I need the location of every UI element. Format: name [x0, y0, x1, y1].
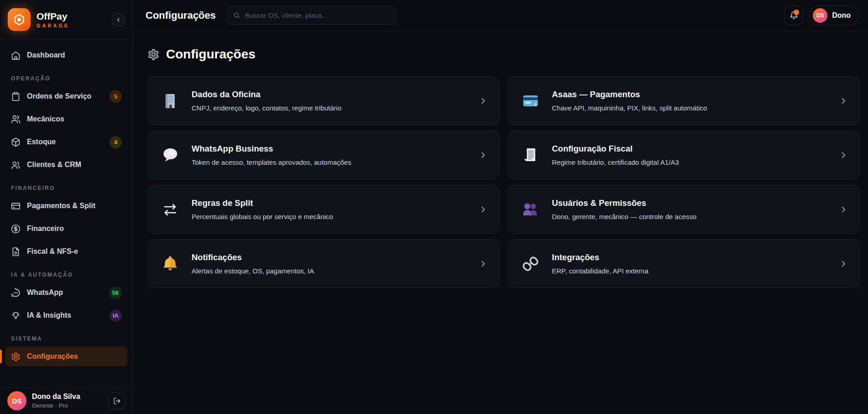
card-dados-da-oficina[interactable]: Dados da Oficina CNPJ, endereço, logo, c…	[147, 76, 499, 125]
card-asaas-pagamentos[interactable]: Asaas — Pagamentos Chave API, maquininha…	[508, 76, 860, 125]
card-integracoes[interactable]: Integrações ERP, contabilidade, API exte…	[508, 239, 860, 288]
sidebar-item-label: IA & Insights	[27, 311, 71, 320]
notifications-button[interactable]	[784, 6, 803, 25]
user-role: Gerente · Pro	[32, 402, 80, 409]
sidebar-item-financeiro[interactable]: Financeiro	[5, 219, 127, 239]
card-subtitle: Dono, gerente, mecânico — controle de ac…	[552, 213, 696, 220]
card-subtitle: Alertas de estoque, OS, pagamentos, IA	[192, 267, 314, 275]
sidebar-collapse-button[interactable]	[112, 13, 125, 26]
users-icon	[521, 200, 540, 219]
gear-icon	[11, 352, 21, 362]
card-regras-de-split[interactable]: Regras de Split Percentuais globais ou p…	[147, 185, 499, 234]
sidebar-item-label: Financeiro	[27, 225, 64, 233]
card-notificacoes[interactable]: Notificações Alertas de estoque, OS, pag…	[147, 239, 499, 288]
card-text: Notificações Alertas de estoque, OS, pag…	[192, 252, 314, 275]
topbar-right: DS Dono	[784, 5, 859, 26]
card-configuracao-fiscal[interactable]: Configuração Fiscal Regime tributário, c…	[508, 131, 860, 179]
card-title: Regras de Split	[192, 198, 333, 208]
badge-estoque-count: 4	[109, 136, 122, 148]
sidebar-section-ia-automacao: IA & AUTOMAÇÃO	[5, 264, 127, 283]
chevron-right-icon	[479, 260, 487, 268]
sidebar-item-label: Dashboard	[27, 51, 65, 59]
card-text: Regras de Split Percentuais globais ou p…	[192, 198, 333, 220]
speech-balloon-icon	[161, 146, 180, 164]
sidebar-user-card: DS Dono da Silva Gerente · Pro	[0, 387, 133, 414]
topbar: Configurações DS Dono	[133, 0, 868, 31]
badge-ia: IA	[109, 309, 122, 322]
card-text: Asaas — Pagamentos Chave API, maquininha…	[552, 89, 707, 112]
sidebar-item-estoque[interactable]: Estoque 4	[5, 132, 127, 152]
sidebar-section-sistema: SISTEMA	[5, 328, 127, 346]
card-usuarios-permissoes[interactable]: Usuários & Permissões Dono, gerente, mec…	[508, 185, 860, 234]
app-root: OffPay GARAGE Dashboard OPERAÇÃO Ordens …	[0, 0, 868, 414]
topbar-title: Configurações	[146, 10, 216, 21]
sidebar-item-label: Ordens de Serviço	[27, 92, 91, 100]
sidebar-item-fiscal-nfse[interactable]: Fiscal & NFS-e	[5, 241, 127, 262]
avatar: DS	[813, 8, 827, 23]
sidebar-nav: Dashboard OPERAÇÃO Ordens de Serviço 5 M…	[0, 40, 133, 387]
gear-icon	[147, 48, 160, 61]
hex-nut-icon	[13, 13, 26, 26]
card-title: Usuários & Permissões	[552, 198, 696, 208]
badge-ordens-count: 5	[109, 90, 122, 103]
sidebar-item-ordens-de-servico[interactable]: Ordens de Serviço 5	[5, 86, 127, 106]
card-subtitle: Percentuais globais ou por serviço e mec…	[192, 213, 333, 220]
settings-cards-grid: Dados da Oficina CNPJ, endereço, logo, c…	[147, 76, 860, 288]
sidebar-item-label: Configurações	[27, 352, 78, 361]
card-text: Usuários & Permissões Dono, gerente, mec…	[552, 198, 696, 220]
sidebar-section-financeiro: FINANCEIRO	[5, 178, 127, 196]
avatar: DS	[7, 391, 26, 410]
split-arrows-icon	[161, 200, 180, 219]
credit-card-icon	[521, 92, 540, 110]
user-info: Dono da Silva Gerente · Pro	[32, 393, 80, 409]
sidebar-item-configuracoes[interactable]: Configurações	[5, 346, 127, 367]
logout-icon	[113, 397, 121, 405]
message-circle-icon	[11, 288, 21, 298]
file-text-icon	[11, 247, 21, 257]
sidebar-item-whatsapp[interactable]: WhatsApp 56	[5, 283, 127, 303]
card-whatsapp-business[interactable]: WhatsApp Business Token de acesso, templ…	[147, 131, 499, 179]
contacts-icon	[11, 160, 21, 170]
credit-card-icon	[11, 201, 21, 211]
building-icon	[161, 92, 180, 110]
chevron-right-icon	[479, 97, 487, 105]
card-text: Integrações ERP, contabilidade, API exte…	[552, 252, 649, 275]
sidebar-item-pagamentos-split[interactable]: Pagamentos & Split	[5, 196, 127, 216]
user-name: Dono da Silva	[32, 393, 80, 401]
card-subtitle: Chave API, maquininha, PIX, links, split…	[552, 104, 707, 112]
sidebar-item-dashboard[interactable]: Dashboard	[5, 45, 127, 65]
offpay-logo	[8, 8, 31, 31]
brand-block: OffPay GARAGE	[36, 11, 69, 28]
sidebar-header: OffPay GARAGE	[0, 0, 133, 40]
link-icon	[521, 255, 540, 273]
card-title: Notificações	[192, 252, 314, 262]
sidebar-item-mecanicos[interactable]: Mecânicos	[5, 109, 127, 129]
page-title: Configurações	[166, 47, 255, 62]
brand-subtitle: GARAGE	[36, 23, 69, 28]
sidebar-item-ia-insights[interactable]: IA & Insights IA	[5, 305, 127, 325]
search-icon	[233, 11, 240, 19]
card-subtitle: Token de acesso, templates aprovados, au…	[192, 158, 351, 166]
card-text: WhatsApp Business Token de acesso, templ…	[192, 144, 351, 166]
lightbulb-icon	[11, 311, 21, 320]
main-area: Configurações DS Dono Configurações	[133, 0, 868, 414]
settings-page: Configurações Dados da Oficina CNPJ, end…	[133, 31, 868, 288]
search-input[interactable]	[245, 11, 390, 19]
sidebar-item-label: Clientes & CRM	[27, 161, 81, 169]
chevron-right-icon	[839, 205, 847, 214]
sidebar-item-label: Fiscal & NFS-e	[27, 247, 78, 256]
sidebar-item-clientes-crm[interactable]: Clientes & CRM	[5, 155, 127, 175]
badge-whatsapp-count: 56	[109, 287, 122, 299]
card-subtitle: Regime tributário, certificado digital A…	[552, 158, 679, 166]
chevron-right-icon	[839, 260, 847, 268]
brand-name: OffPay	[36, 11, 69, 22]
card-text: Dados da Oficina CNPJ, endereço, logo, c…	[192, 89, 342, 112]
logout-button[interactable]	[108, 392, 125, 409]
user-menu-chip[interactable]: DS Dono	[809, 5, 859, 26]
chevron-right-icon	[839, 97, 847, 105]
card-title: Configuração Fiscal	[552, 144, 679, 154]
sidebar: OffPay GARAGE Dashboard OPERAÇÃO Ordens …	[0, 0, 133, 414]
user-chip-label: Dono	[832, 11, 851, 20]
receipt-icon	[521, 146, 540, 164]
page-heading: Configurações	[147, 47, 860, 62]
